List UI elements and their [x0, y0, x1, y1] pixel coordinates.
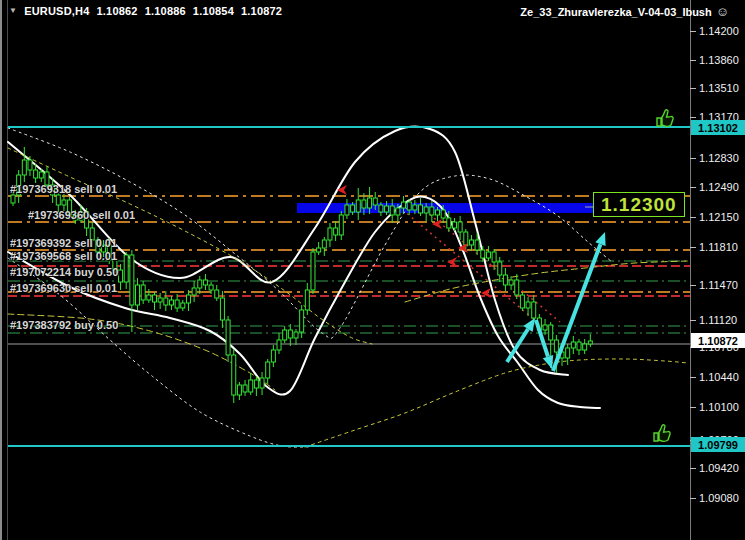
current-price-tag: 1.10872 — [691, 333, 745, 348]
candles — [11, 147, 592, 403]
target-price-label[interactable]: 1.12300 — [593, 192, 685, 217]
envelope-lower-solid — [8, 196, 600, 408]
axis-tick-mark — [690, 320, 696, 321]
trend-channel-line[interactable] — [398, 206, 548, 331]
outer-band-lower-dotted — [8, 258, 308, 447]
axis-tick-label: 1.09080 — [699, 492, 739, 504]
ohlc-close: 1.10872 — [241, 5, 282, 17]
axis-tick-mark — [690, 498, 696, 499]
chart-canvas[interactable] — [0, 0, 745, 540]
axis-tick-mark — [690, 187, 696, 188]
indicator-header: Ze_33_Zhuravlerezka_V-04-03_Ibush ☺ — [520, 4, 729, 19]
axis-tick-label: 1.12490 — [699, 181, 739, 193]
symbol-period-label: EURUSD,H4 — [24, 5, 89, 17]
axis-tick-label: 1.12830 — [699, 152, 739, 164]
axis-tick-mark — [690, 117, 696, 118]
axis-tick-label: 1.11120 — [699, 314, 737, 326]
axis-tick-label: 1.13510 — [699, 82, 739, 94]
axis-tick-label: 1.10440 — [699, 371, 739, 383]
chart-header: ▼ EURUSD,H4 1.10862 1.10886 1.10854 1.10… — [9, 5, 282, 17]
forecast-arrowhead[interactable] — [595, 232, 605, 246]
thumbs-up-icon[interactable] — [654, 425, 670, 441]
axis-tick-mark — [690, 377, 696, 378]
resistance-price-tag: 1.13102 — [691, 120, 745, 135]
price-axis-separator — [690, 0, 691, 540]
axis-tick-label: 1.14200 — [699, 25, 739, 37]
chevron-down-icon[interactable]: ▼ — [9, 6, 17, 16]
axis-tick-mark — [690, 217, 696, 218]
axis-tick-mark — [690, 31, 696, 32]
axis-tick-label: 1.11810 — [699, 241, 738, 253]
ohlc-low: 1.10854 — [193, 5, 234, 17]
axis-tick-label: 1.11470 — [699, 279, 738, 291]
thumbs-up-icon[interactable] — [657, 110, 673, 126]
forecast-arrowhead[interactable] — [543, 355, 553, 369]
axis-tick-label: 1.10100 — [699, 401, 739, 413]
axis-tick-mark — [690, 468, 696, 469]
support-price-tag: 1.09799 — [691, 437, 745, 452]
forecast-arrow[interactable] — [507, 329, 528, 362]
axis-tick-label: 1.12150 — [699, 211, 739, 223]
ohlc-open: 1.10862 — [97, 5, 138, 17]
ohlc-high: 1.10886 — [145, 5, 186, 17]
indicator-name-label: Ze_33_Zhuravlerezka_V-04-03_Ibush — [520, 6, 711, 18]
axis-tick-mark — [690, 285, 696, 286]
axis-tick-mark — [690, 88, 696, 89]
axis-tick-mark — [690, 247, 696, 248]
lower-band-yellow-rising — [305, 359, 688, 447]
axis-tick-mark — [690, 407, 696, 408]
mt4-chart-window: { "header": { "collapse_icon": "▼", "sym… — [0, 0, 745, 540]
axis-tick-label: 1.09420 — [699, 462, 739, 474]
mid-band-yellow-upper — [8, 148, 372, 344]
axis-tick-mark — [690, 60, 696, 61]
axis-tick-label: 1.13860 — [699, 54, 739, 66]
smiley-icon: ☺ — [716, 4, 729, 19]
axis-tick-mark — [690, 158, 696, 159]
forecast-arrow[interactable] — [553, 244, 600, 371]
